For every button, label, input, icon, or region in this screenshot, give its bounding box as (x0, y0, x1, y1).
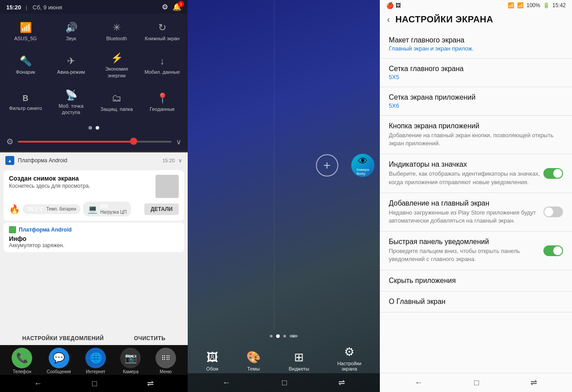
tile-airplane[interactable]: ✈ Авиа-режим (49, 48, 93, 83)
badges-desc: Выберите, как отображать идентификаторы … (389, 170, 543, 186)
apple-icon: 🍎 (386, 2, 394, 9)
cpu-label: Нагрузка ЦП (100, 210, 126, 215)
home-button-3[interactable]: □ (474, 378, 479, 388)
settings-time: 15:42 (552, 2, 566, 8)
dock-internet[interactable]: 🌐 Интернет (85, 348, 106, 374)
themes-button[interactable]: 🎨 Темы (246, 350, 261, 371)
page-dot-bar (270, 335, 273, 337)
wifi-label: ASUS_5G (14, 35, 37, 42)
tile-bluetooth[interactable]: ✳ Bluetooth (95, 17, 139, 46)
tile-sound[interactable]: 🔊 Звук (49, 17, 93, 46)
notif1-expand[interactable]: ∨ (178, 157, 182, 164)
brightness-fill (18, 141, 133, 143)
settings-item-about[interactable]: О Главный экран (380, 291, 572, 312)
screenshot-thumb (156, 175, 179, 198)
screen-settings-icon: ⚙ (344, 345, 354, 359)
bixby-fab[interactable]: 👁 КамераBixby (351, 154, 374, 177)
notification-icon[interactable]: 🔔 1 (172, 3, 181, 11)
page-dot-active (276, 334, 280, 338)
tile-secure-folder[interactable]: 🗂 Защищ. папка (95, 85, 139, 120)
rotate-icon: ↻ (158, 22, 166, 34)
auto-add-title: Добавление на главный экран (389, 199, 543, 207)
phone-icon: 📞 (12, 348, 32, 368)
settings-item-badges[interactable]: Индикаторы на значках Выберите, как отоб… (380, 154, 572, 193)
home-screen-main: 👁 КамераBixby + (188, 0, 380, 331)
auto-add-desc: Недавно загруженные из Play Store прилож… (389, 209, 543, 225)
detail-button[interactable]: ДЕТАЛИ (144, 203, 179, 215)
internet-icon: 🌐 (85, 348, 106, 368)
about-title: О Главный экран (389, 298, 563, 306)
back-button-3[interactable]: ← (415, 378, 423, 388)
internet-label: Интернет (86, 369, 105, 374)
home-button-2[interactable]: □ (282, 378, 287, 388)
page-dot-add[interactable]: + (290, 335, 298, 337)
settings-header: ‹ НАСТРОЙКИ ЭКРАНА (380, 11, 572, 30)
recents-button-2[interactable]: ⇌ (338, 378, 345, 388)
home-button-1[interactable]: □ (92, 379, 97, 388)
back-button-2[interactable]: ← (223, 378, 231, 388)
airplane-icon: ✈ (67, 55, 75, 67)
settings-item-layout[interactable]: Макет главного экрана Главный экран и эк… (380, 30, 572, 59)
flashlight-icon: 🔦 (20, 55, 32, 67)
settings-item-auto-add[interactable]: Добавление на главный экран Недавно загр… (380, 193, 572, 232)
widgets-button[interactable]: ⊞ Виджеты (289, 350, 309, 371)
themes-icon: 🎨 (246, 350, 261, 364)
dock-phone[interactable]: 📞 Телефон (12, 348, 32, 374)
brightness-slider[interactable] (18, 141, 172, 143)
settings-item-about-content: О Главный экран (389, 298, 563, 306)
menu-icon: ⠿⠿ (156, 348, 176, 368)
bluetooth-label: Bluetooth (106, 35, 127, 42)
settings-title: НАСТРОЙКИ ЭКРАНА (395, 14, 493, 25)
notif1-card[interactable]: Создан снимок экрана Коснитесь здесь для… (4, 170, 184, 221)
widgets-label: Виджеты (289, 366, 309, 371)
settings-item-hide-apps[interactable]: Скрыть приложения (380, 270, 572, 291)
tile-blue-filter[interactable]: B Фильтр синего (4, 85, 47, 120)
tile-powersave[interactable]: ⚡ Экономия энергии (95, 48, 139, 83)
settings-icon[interactable]: ⚙ (162, 3, 168, 11)
expand-icon[interactable]: ∨ (176, 138, 181, 146)
notification-badge: 1 (178, 1, 184, 7)
recents-button-3[interactable]: ⇌ (530, 378, 537, 388)
settings-item-grid-apps[interactable]: Сетка экрана приложений 5X6 (380, 87, 572, 116)
apps-button-title: Кнопка экрана приложений (389, 122, 563, 130)
tile-wifi[interactable]: 📶 ASUS_5G (4, 17, 47, 46)
notif-settings-button[interactable]: НАСТРОЙКИ УВЕДОМЛЕНИЙ (22, 335, 104, 341)
app-dock: 📞 Телефон 💬 Сообщения 🌐 Интернет 📷 Камер… (0, 345, 188, 375)
tile-hotspot[interactable]: 📡 Моб. точка доступа (49, 85, 93, 120)
notif2-card[interactable]: Платформа Android Инфо Аккумулятор заряж… (4, 223, 184, 252)
tile-rotate[interactable]: ↻ Книжный экран (140, 17, 184, 46)
wallpaper-button[interactable]: 🖼 Обои (206, 350, 218, 371)
notif1-row: Создан снимок экрана Коснитесь здесь для… (9, 175, 179, 198)
tile-location[interactable]: 📍 Геоданные (140, 85, 184, 120)
quick-panel-toggle[interactable] (543, 245, 563, 256)
hide-apps-title: Скрыть приложения (389, 277, 563, 285)
home-page-left (188, 0, 274, 331)
grid-home-title: Сетка главного экрана (389, 65, 563, 73)
settings-item-apps-button[interactable]: Кнопка экрана приложений Добавление на г… (380, 116, 572, 154)
back-button-1[interactable]: ← (34, 379, 42, 388)
grid-apps-title: Сетка экрана приложений (389, 93, 563, 101)
layout-title: Макет главного экрана (389, 36, 563, 44)
recents-button-1[interactable]: ⇌ (147, 379, 154, 388)
settings-item-grid-home[interactable]: Сетка главного экрана 5X5 (380, 59, 572, 87)
temp-label: Темп. батареи (46, 207, 76, 211)
dock-messages[interactable]: 💬 Сообщения (47, 348, 71, 374)
settings-item-apps-button-content: Кнопка экрана приложений Добавление на г… (389, 122, 563, 148)
wallpaper-icon: 🖼 (206, 350, 218, 364)
tile-mobile-data[interactable]: ↓ Мобил. данные (140, 48, 184, 83)
apps-button-desc: Добавление на главный экран кнопки, позв… (389, 131, 563, 148)
add-page-button[interactable]: + (316, 154, 338, 177)
battery-icon: 🔋 (543, 2, 550, 8)
badges-toggle[interactable] (543, 168, 563, 179)
notif-clear-button[interactable]: ОЧИСТИТЬ (134, 335, 166, 341)
auto-add-toggle[interactable] (543, 207, 563, 217)
dock-camera[interactable]: 📷 Камера (120, 348, 141, 374)
bixby-button[interactable]: 👁 КамераBixby (351, 154, 374, 177)
location-icon: 📍 (156, 93, 168, 104)
settings-back-button[interactable]: ‹ (387, 14, 390, 25)
settings-item-quick-panel[interactable]: Быстрая панель уведомлений Проведите пал… (380, 232, 572, 270)
screen-settings-button[interactable]: ⚙ Настройкиэкрана (337, 345, 362, 371)
dock-menu[interactable]: ⠿⠿ Меню (156, 348, 176, 374)
tile-flashlight[interactable]: 🔦 Фонарик (4, 48, 47, 83)
date: Сб, 9 июня (33, 4, 62, 11)
